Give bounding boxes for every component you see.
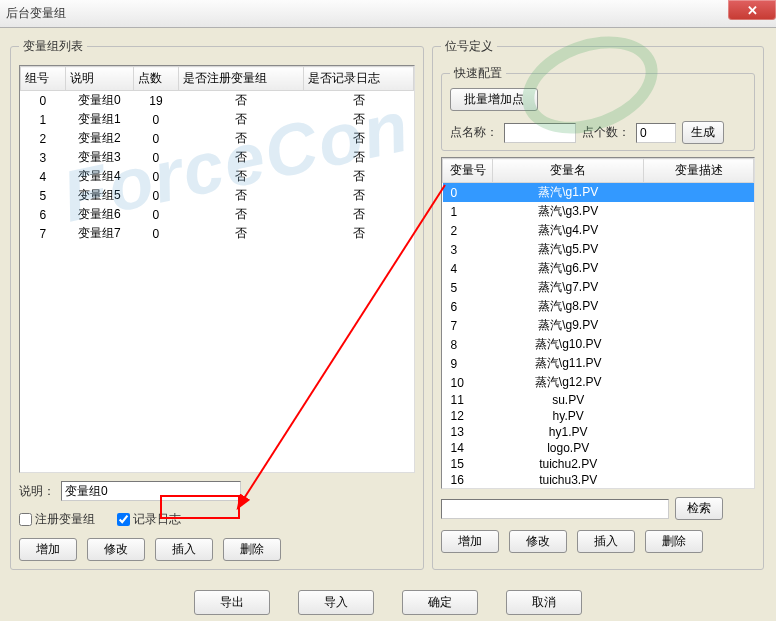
table-row[interactable]: 6变量组60否否 — [21, 205, 414, 224]
point-count-input[interactable] — [636, 123, 676, 143]
bulk-add-button[interactable]: 批量增加点 — [450, 88, 538, 111]
close-button[interactable]: ✕ — [728, 0, 776, 20]
register-checkbox[interactable] — [19, 513, 32, 526]
table-row[interactable]: 11su.PV — [443, 392, 754, 408]
search-input[interactable] — [441, 499, 669, 519]
column-header[interactable]: 是否记录日志 — [304, 67, 414, 91]
table-row[interactable]: 3变量组30否否 — [21, 148, 414, 167]
table-row[interactable]: 1蒸汽\g3.PV — [443, 202, 754, 221]
export-button[interactable]: 导出 — [194, 590, 270, 615]
point-count-label: 点个数： — [582, 124, 630, 141]
tag-def-fieldset: 位号定义 快速配置 批量增加点 点名称： 点个数： 生成 变量号变量名变量描述 … — [432, 38, 764, 570]
table-row[interactable]: 7变量组70否否 — [21, 224, 414, 243]
table-row[interactable]: 2变量组20否否 — [21, 129, 414, 148]
table-row[interactable]: 6蒸汽\g8.PV — [443, 297, 754, 316]
titlebar: 后台变量组 ✕ — [0, 0, 776, 28]
table-row[interactable]: 0蒸汽\g1.PV — [443, 183, 754, 203]
column-header[interactable]: 变量名 — [493, 159, 644, 183]
table-row[interactable]: 10蒸汽\g12.PV — [443, 373, 754, 392]
table-row[interactable]: 5变量组50否否 — [21, 186, 414, 205]
window-title: 后台变量组 — [6, 5, 66, 22]
point-name-input[interactable] — [504, 123, 576, 143]
column-header[interactable]: 变量描述 — [644, 159, 754, 183]
table-row[interactable]: 3蒸汽\g5.PV — [443, 240, 754, 259]
table-row[interactable]: 1变量组10否否 — [21, 110, 414, 129]
left-delete-button[interactable]: 删除 — [223, 538, 281, 561]
column-header[interactable]: 是否注册变量组 — [178, 67, 304, 91]
ok-button[interactable]: 确定 — [402, 590, 478, 615]
right-edit-button[interactable]: 修改 — [509, 530, 567, 553]
left-add-button[interactable]: 增加 — [19, 538, 77, 561]
left-insert-button[interactable]: 插入 — [155, 538, 213, 561]
table-row[interactable]: 15tuichu2.PV — [443, 456, 754, 472]
right-add-button[interactable]: 增加 — [441, 530, 499, 553]
table-row[interactable]: 16tuichu3.PV — [443, 472, 754, 488]
table-row[interactable]: 7蒸汽\g9.PV — [443, 316, 754, 335]
import-button[interactable]: 导入 — [298, 590, 374, 615]
table-row[interactable]: 4变量组40否否 — [21, 167, 414, 186]
table-row[interactable]: 2蒸汽\g4.PV — [443, 221, 754, 240]
register-label: 注册变量组 — [35, 511, 95, 528]
search-button[interactable]: 检索 — [675, 497, 723, 520]
table-row[interactable]: 12hy.PV — [443, 408, 754, 424]
right-insert-button[interactable]: 插入 — [577, 530, 635, 553]
column-header[interactable]: 变量号 — [443, 159, 493, 183]
variable-list[interactable]: 变量号变量名变量描述 0蒸汽\g1.PV1蒸汽\g3.PV2蒸汽\g4.PV3蒸… — [441, 157, 755, 489]
cancel-button[interactable]: 取消 — [506, 590, 582, 615]
table-row[interactable]: 4蒸汽\g6.PV — [443, 259, 754, 278]
table-row[interactable]: 8蒸汽\g10.PV — [443, 335, 754, 354]
column-header[interactable]: 组号 — [21, 67, 66, 91]
generate-button[interactable]: 生成 — [682, 121, 724, 144]
group-list-fieldset: 变量组列表 组号说明点数是否注册变量组是否记录日志 0变量组019否否1变量组1… — [10, 38, 424, 570]
dialog-footer: 导出 导入 确定 取消 — [0, 580, 776, 621]
table-row[interactable]: 13hy1.PV — [443, 424, 754, 440]
quick-config-legend: 快速配置 — [450, 65, 506, 82]
table-row[interactable]: 0变量组019否否 — [21, 91, 414, 111]
point-name-label: 点名称： — [450, 124, 498, 141]
desc-label: 说明： — [19, 483, 55, 500]
group-list[interactable]: 组号说明点数是否注册变量组是否记录日志 0变量组019否否1变量组10否否2变量… — [19, 65, 415, 473]
table-row[interactable]: 17tuichu4.PV — [443, 488, 754, 489]
table-row[interactable]: 14logo.PV — [443, 440, 754, 456]
column-header[interactable]: 说明 — [65, 67, 134, 91]
column-header[interactable]: 点数 — [134, 67, 179, 91]
log-checkbox[interactable] — [117, 513, 130, 526]
annotation-highlight — [160, 495, 240, 519]
table-row[interactable]: 9蒸汽\g11.PV — [443, 354, 754, 373]
tag-def-legend: 位号定义 — [441, 38, 497, 55]
table-row[interactable]: 5蒸汽\g7.PV — [443, 278, 754, 297]
quick-config-fieldset: 快速配置 批量增加点 点名称： 点个数： 生成 — [441, 65, 755, 151]
left-edit-button[interactable]: 修改 — [87, 538, 145, 561]
right-delete-button[interactable]: 删除 — [645, 530, 703, 553]
group-list-legend: 变量组列表 — [19, 38, 87, 55]
